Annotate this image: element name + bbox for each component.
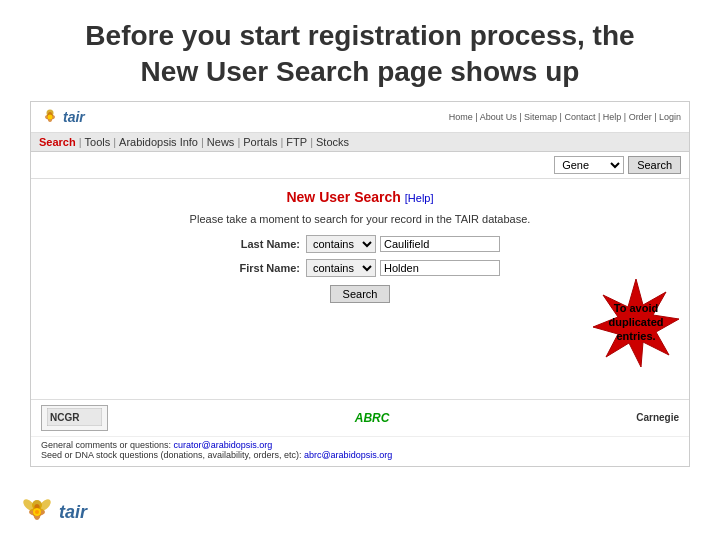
abrc-email[interactable]: abrc@arabidopsis.org (304, 450, 392, 460)
browser-window: tair Home | About Us | Sitemap | Contact… (30, 101, 690, 467)
nav-ftp[interactable]: FTP (286, 136, 307, 148)
starburst-annotation: To avoid duplicated entries. (591, 277, 681, 367)
bottom-logo: tair (20, 495, 87, 530)
last-name-input[interactable] (380, 236, 500, 252)
starburst-text: To avoid duplicated entries. (601, 300, 671, 343)
first-name-label: First Name: (220, 262, 300, 274)
svg-text:NCGR: NCGR (50, 412, 80, 423)
gene-select[interactable]: Gene (554, 156, 624, 174)
nav-search[interactable]: Search (39, 136, 76, 148)
tair-secondnav: Search | Tools | Arabidopsis Info | News… (31, 133, 689, 152)
svg-point-3 (48, 114, 53, 119)
nav-sep-1: | (79, 136, 82, 148)
tair-footer-logos: NCGR ABRC Carnegie (31, 399, 689, 436)
carnegie-logo: Carnegie (636, 412, 679, 423)
bottom-logo-flower-icon (20, 495, 55, 530)
slide-title: Before you start registration process, t… (0, 0, 720, 101)
search-submit-button[interactable]: Search (330, 285, 391, 303)
search-instruction: Please take a moment to search for your … (51, 213, 669, 225)
nav-sep-6: | (310, 136, 313, 148)
nav-sep-5: | (280, 136, 283, 148)
search-submit-row: Search (51, 285, 669, 303)
tair-logo-icon (39, 106, 61, 128)
nav-sep-4: | (237, 136, 240, 148)
curator-email[interactable]: curator@arabidopsis.org (174, 440, 273, 450)
tair-top-links: Home | About Us | Sitemap | Contact | He… (449, 112, 681, 122)
nav-sep-3: | (201, 136, 204, 148)
first-name-row: First Name: contains (51, 259, 669, 277)
ncgr-logo: NCGR (41, 405, 108, 431)
svg-point-13 (35, 510, 39, 514)
nav-news[interactable]: News (207, 136, 235, 148)
help-link[interactable]: [Help] (405, 192, 434, 204)
tair-logo: tair (39, 106, 85, 128)
abrc-logo: ABRC (355, 411, 390, 425)
nav-tools[interactable]: Tools (85, 136, 111, 148)
top-search-button[interactable]: Search (628, 156, 681, 174)
nav-arabidopsis[interactable]: Arabidopsis Info (119, 136, 198, 148)
contact-line: General comments or questions: curator@a… (41, 440, 679, 450)
tair-searchbar: Gene Search (31, 152, 689, 179)
tair-topnav: tair Home | About Us | Sitemap | Contact… (31, 102, 689, 133)
tair-footer-text: General comments or questions: curator@a… (31, 436, 689, 466)
tair-logo-text: tair (63, 109, 85, 125)
new-user-search-title: New User Search [Help] (51, 189, 669, 205)
last-name-contains-select[interactable]: contains (306, 235, 376, 253)
seed-line: Seed or DNA stock questions (donations, … (41, 450, 679, 460)
ncgr-svg: NCGR (47, 408, 102, 426)
bottom-logo-text: tair (59, 502, 87, 523)
search-form: Last Name: contains First Name: contains… (51, 235, 669, 303)
last-name-label: Last Name: (220, 238, 300, 250)
nav-stocks[interactable]: Stocks (316, 136, 349, 148)
nav-sep-2: | (113, 136, 116, 148)
nav-portals[interactable]: Portals (243, 136, 277, 148)
last-name-row: Last Name: contains (51, 235, 669, 253)
first-name-input[interactable] (380, 260, 500, 276)
first-name-contains-select[interactable]: contains (306, 259, 376, 277)
